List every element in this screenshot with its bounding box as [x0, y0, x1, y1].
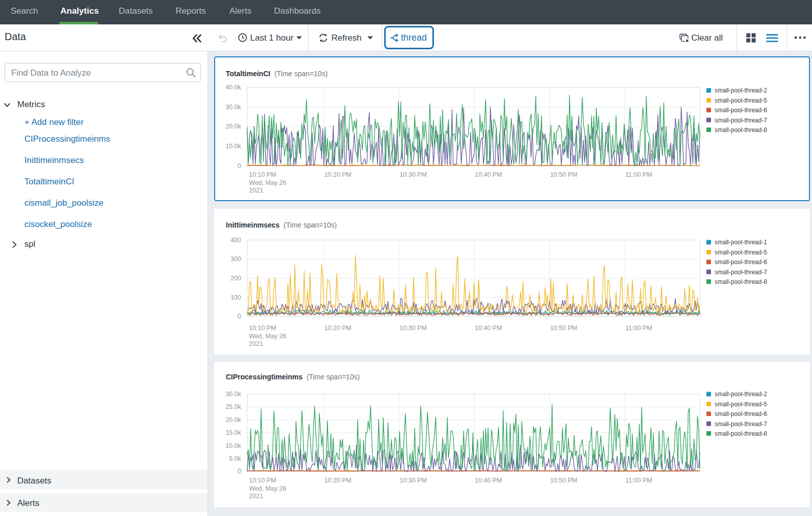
svg-text:10:10 PM: 10:10 PM — [249, 325, 277, 332]
svg-text:10:40 PM: 10:40 PM — [475, 325, 502, 332]
svg-text:100: 100 — [230, 294, 241, 301]
svg-text:small-pool-thread-6: small-pool-thread-6 — [715, 259, 767, 266]
svg-text:2021: 2021 — [249, 493, 263, 500]
svg-text:30.0k: 30.0k — [225, 391, 241, 398]
svg-text:5.0k: 5.0k — [229, 455, 241, 462]
svg-text:10:20 PM: 10:20 PM — [324, 325, 352, 332]
svg-text:0: 0 — [238, 313, 241, 320]
svg-text:10:30 PM: 10:30 PM — [399, 477, 427, 484]
svg-text:10:40 PM: 10:40 PM — [475, 477, 502, 484]
svg-text:400: 400 — [230, 237, 241, 244]
svg-text:Wed, May 26: Wed, May 26 — [249, 485, 286, 492]
svg-text:11:00 PM: 11:00 PM — [625, 477, 652, 484]
svg-text:small-pool-thread-2: small-pool-thread-2 — [715, 391, 767, 398]
svg-text:Wed, May 26: Wed, May 26 — [249, 333, 286, 340]
svg-text:small-pool-thread-7: small-pool-thread-7 — [715, 269, 767, 276]
svg-text:0: 0 — [238, 468, 241, 475]
svg-text:20.0k: 20.0k — [225, 416, 241, 424]
svg-text:small-pool-thread-8: small-pool-thread-8 — [715, 278, 767, 285]
svg-text:300: 300 — [230, 255, 241, 263]
svg-text:small-pool-thread-7: small-pool-thread-7 — [715, 421, 767, 428]
svg-text:25.0k: 25.0k — [225, 403, 241, 410]
svg-text:10.0k: 10.0k — [225, 442, 241, 449]
svg-text:small-pool-thread-5: small-pool-thread-5 — [715, 249, 767, 256]
svg-text:10:20 PM: 10:20 PM — [324, 477, 352, 484]
svg-text:small-pool-thread-1: small-pool-thread-1 — [715, 239, 767, 246]
svg-text:10:50 PM: 10:50 PM — [550, 477, 578, 484]
svg-text:small-pool-thread-5: small-pool-thread-5 — [715, 401, 767, 408]
svg-text:200: 200 — [230, 275, 241, 282]
svg-text:small-pool-thread-8: small-pool-thread-8 — [715, 430, 767, 437]
svg-text:15.0k: 15.0k — [225, 429, 241, 436]
svg-text:10:50 PM: 10:50 PM — [550, 325, 578, 332]
svg-text:2021: 2021 — [249, 340, 263, 347]
svg-text:small-pool-thread-6: small-pool-thread-6 — [715, 410, 767, 417]
svg-text:11:00 PM: 11:00 PM — [625, 325, 652, 332]
svg-text:10:30 PM: 10:30 PM — [399, 325, 427, 332]
svg-text:10:10 PM: 10:10 PM — [249, 477, 277, 484]
